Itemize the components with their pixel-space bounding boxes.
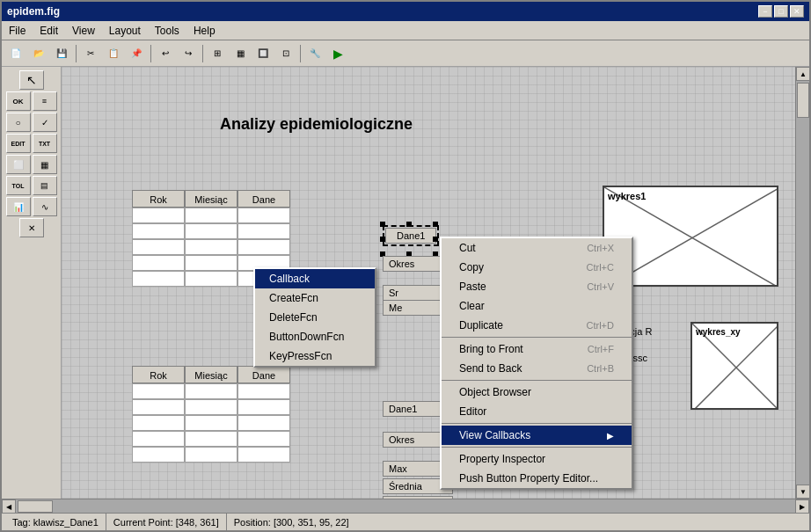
scroll-thumb-v[interactable] (797, 83, 809, 118)
tools-button[interactable]: 🔧 (304, 44, 325, 63)
table1-r1c3[interactable] (237, 208, 290, 223)
wave-tool[interactable]: ∿ (33, 197, 57, 216)
table1-r4c2[interactable] (185, 255, 237, 271)
ctx-duplicate[interactable]: Duplicate Ctrl+D (442, 316, 632, 335)
table2-r2c2[interactable] (185, 399, 237, 415)
table2-r4c3[interactable] (237, 431, 290, 447)
rect-tool[interactable]: ⬜ (6, 155, 31, 174)
ctx-object-browser[interactable]: Object Browser (442, 383, 632, 402)
ctx-sub-callback[interactable]: Callback (255, 269, 375, 288)
ctx-sub-buttondownfcn[interactable]: ButtonDownFcn (255, 327, 375, 346)
open-button[interactable]: 📂 (28, 44, 49, 63)
menu-help[interactable]: Help (186, 23, 223, 39)
new-button[interactable]: 📄 (5, 44, 26, 63)
undo-button[interactable]: ↩ (155, 44, 176, 63)
table1-r3c1[interactable] (132, 239, 185, 255)
ctx-sub-createfcn[interactable]: CreateFcn (255, 288, 375, 308)
align-button[interactable]: ⊞ (207, 44, 228, 63)
cut-button[interactable]: ✂ (80, 44, 101, 63)
scroll-track-v[interactable] (796, 81, 809, 485)
table2-r5c1[interactable] (132, 447, 185, 463)
canvas-area[interactable]: Analizy epidemiologiczne Rok Miesiąc Dan… (62, 67, 795, 499)
dane1-button[interactable]: Dane1 (385, 228, 436, 244)
text-tool[interactable]: ≡ (33, 91, 57, 111)
select-tool[interactable]: ↖ (19, 70, 44, 90)
table1-r4c1[interactable] (132, 255, 185, 271)
ctx-clear[interactable]: Clear (442, 296, 632, 316)
dane1-btn-selected-wrapper: Dane1 (383, 225, 439, 246)
txt-tool[interactable]: TXT (33, 134, 57, 153)
table1-r1c2[interactable] (185, 208, 237, 223)
ctx-sub-deletefcn[interactable]: DeleteFcn (255, 308, 375, 327)
scroll-up-button[interactable]: ▲ (796, 67, 809, 81)
ctx-push-button-editor[interactable]: Push Button Property Editor... (442, 469, 632, 488)
table2-row3 (132, 415, 290, 431)
ctx-editor[interactable]: Editor (442, 402, 632, 421)
circle-tool[interactable]: ○ (6, 113, 31, 132)
ctx-duplicate-label: Duplicate (459, 319, 503, 332)
table2-r1c2[interactable] (185, 383, 237, 399)
ctx-cut[interactable]: Cut Ctrl+X (442, 238, 632, 258)
maximize-button[interactable]: □ (774, 5, 788, 18)
table2-r2c3[interactable] (237, 399, 290, 415)
menu-edit[interactable]: Edit (33, 23, 65, 39)
ctx-copy[interactable]: Copy Ctrl+C (442, 258, 632, 277)
tol-tool[interactable]: TOL (6, 176, 31, 195)
table1-r5c2[interactable] (185, 271, 237, 287)
minimize-button[interactable]: − (758, 5, 772, 18)
grid-button[interactable]: ⊡ (275, 44, 296, 63)
table1-r1c1[interactable] (132, 208, 185, 223)
table1-r5c1[interactable] (132, 271, 185, 287)
menu-layout[interactable]: Layout (102, 23, 148, 39)
run-button[interactable]: ▶ (327, 44, 348, 63)
table1-r2c3[interactable] (237, 223, 290, 239)
scroll-down-button[interactable]: ▼ (796, 485, 809, 499)
ok-tool[interactable]: OK (6, 91, 31, 111)
menu-view[interactable]: View (65, 23, 102, 39)
status-bar: Tag: klawisz_Dane1 Current Point: [348, … (2, 513, 809, 530)
table2-r3c3[interactable] (237, 415, 290, 431)
table1-r3c2[interactable] (185, 239, 237, 255)
scroll-track-h[interactable] (16, 499, 795, 513)
paste-button[interactable]: 📌 (126, 44, 147, 63)
scroll-right-button[interactable]: ▶ (795, 499, 809, 514)
table2-r3c2[interactable] (185, 415, 237, 431)
grid-tool[interactable]: ▦ (33, 155, 57, 174)
mediana-button[interactable]: Mediana (383, 496, 453, 499)
table2-r4c2[interactable] (185, 431, 237, 447)
ctx-sub-keypressfcn[interactable]: KeyPressFcn (255, 346, 375, 366)
table2-r1c1[interactable] (132, 383, 185, 399)
table2-r2c1[interactable] (132, 399, 185, 415)
check-tool[interactable]: ✓ (33, 113, 57, 132)
table2-r1c3[interactable] (237, 383, 290, 399)
table-tool[interactable]: ▤ (33, 176, 57, 195)
scroll-thumb-h[interactable] (18, 500, 53, 513)
ctx-send-back[interactable]: Send to Back Ctrl+B (442, 359, 632, 378)
ctx-paste[interactable]: Paste Ctrl+V (442, 277, 632, 296)
close-button[interactable]: ✕ (790, 5, 804, 18)
menu-tools[interactable]: Tools (148, 23, 186, 39)
cross-tool[interactable]: ✕ (19, 218, 44, 237)
ctx-bring-front[interactable]: Bring to Front Ctrl+F (442, 339, 632, 359)
table1-r2c2[interactable] (185, 223, 237, 239)
chart-tool[interactable]: 📊 (6, 197, 31, 216)
copy-button[interactable]: 📋 (103, 44, 124, 63)
main-window: epidem.fig − □ ✕ File Edit View Layout T… (0, 0, 811, 532)
redo-button[interactable]: ↪ (178, 44, 199, 63)
ctx-view-callbacks[interactable]: View Callbacks ▶ (442, 426, 632, 445)
scroll-left-button[interactable]: ◀ (2, 499, 16, 514)
distribute-button[interactable]: ▦ (230, 44, 251, 63)
edit-tool[interactable]: EDIT (6, 134, 31, 153)
save-button[interactable]: 💾 (51, 44, 72, 63)
table2-r5c2[interactable] (185, 447, 237, 463)
menu-file[interactable]: File (2, 23, 33, 39)
snap-button[interactable]: 🔲 (252, 44, 274, 63)
ctx-property-inspector[interactable]: Property Inspector (442, 449, 632, 469)
table1-row2 (132, 223, 290, 239)
table1-r2c1[interactable] (132, 223, 185, 239)
table1-r3c3[interactable] (237, 239, 290, 255)
table2-r3c1[interactable] (132, 415, 185, 431)
vertical-scrollbar: ▲ ▼ (795, 67, 809, 499)
table2-r4c1[interactable] (132, 431, 185, 447)
table2-r5c3[interactable] (237, 447, 290, 463)
